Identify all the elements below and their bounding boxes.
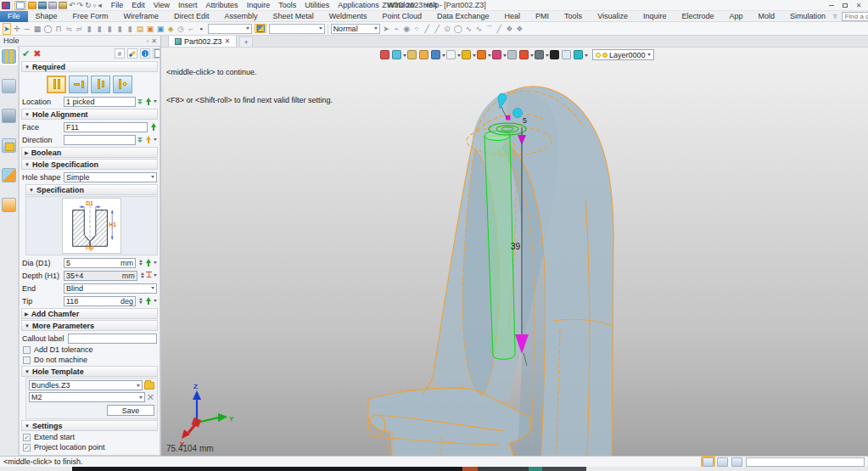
- section-required[interactable]: ▼Required: [21, 61, 158, 72]
- cyan-sphere-handle[interactable]: [513, 109, 523, 118]
- panel-toggle-icon[interactable]: [731, 457, 742, 467]
- doc-button[interactable]: [153, 48, 160, 59]
- machine-checkbox[interactable]: [23, 356, 31, 364]
- extend-checkbox[interactable]: ✓: [23, 434, 31, 441]
- section-hole-alignment[interactable]: ▼Hole Alignment: [21, 109, 158, 120]
- cancel-button[interactable]: ✖: [33, 48, 41, 59]
- monitor-icon[interactable]: [717, 457, 728, 467]
- depth-spinner[interactable]: [141, 272, 144, 278]
- brush-button[interactable]: [127, 48, 137, 59]
- layer-control[interactable]: Layer0000: [592, 49, 654, 60]
- collapse-qat-icon[interactable]: ◂: [98, 2, 102, 9]
- pick-face-icon[interactable]: [149, 123, 157, 132]
- face-input[interactable]: F11: [64, 122, 148, 132]
- slash-icon[interactable]: ╱: [496, 24, 503, 34]
- fill-1-icon[interactable]: ❖: [506, 24, 513, 34]
- custom-hole-type-button[interactable]: [113, 76, 132, 93]
- end-select[interactable]: Blind: [64, 283, 157, 294]
- note-icon[interactable]: ⌐: [188, 24, 195, 34]
- close-button[interactable]: ✕: [854, 2, 863, 9]
- divide-icon[interactable]: ⁘: [413, 24, 421, 34]
- ribbon-tab[interactable]: Heal: [497, 11, 529, 22]
- pencil-icon[interactable]: [407, 50, 417, 59]
- gear-display-icon[interactable]: [462, 50, 471, 59]
- orange-box-icon[interactable]: [477, 50, 486, 59]
- restore-button[interactable]: [841, 2, 849, 9]
- callout-input[interactable]: [68, 334, 157, 344]
- cursor2-icon[interactable]: ➤: [383, 24, 390, 34]
- ribbon-tab[interactable]: Inquire: [636, 11, 675, 22]
- counterbore-hole-type-button[interactable]: [91, 76, 110, 93]
- ribbon-tab[interactable]: Electrode: [675, 11, 722, 22]
- black-dash-icon[interactable]: [550, 50, 559, 59]
- filter-select[interactable]: [269, 24, 325, 34]
- reference-select[interactable]: [208, 24, 252, 34]
- document-tab[interactable]: Part002.Z3 ✕: [168, 35, 237, 47]
- redo-icon[interactable]: ↷: [77, 2, 84, 9]
- select-cursor-icon[interactable]: ➤: [3, 23, 11, 35]
- menu-item[interactable]: File: [107, 0, 128, 11]
- taper-hole-type-button[interactable]: [69, 76, 88, 93]
- tip-input[interactable]: 118deg: [64, 296, 136, 306]
- compass-icon[interactable]: [492, 50, 501, 59]
- tip-dropdown-icon[interactable]: [154, 300, 157, 302]
- direction-dropdown-icon[interactable]: [154, 138, 157, 141]
- direction-input[interactable]: [64, 135, 136, 145]
- section-hole-template[interactable]: ▼Hole Template: [21, 366, 158, 377]
- hole-panel-icon[interactable]: [2, 49, 16, 64]
- ribbon-tab[interactable]: Wireframe: [116, 11, 167, 22]
- ribbon-tab[interactable]: Weldments: [322, 11, 375, 22]
- find-command-input[interactable]: [845, 13, 868, 20]
- spline-icon[interactable]: ∿: [465, 24, 473, 34]
- circle-select-icon[interactable]: ◯: [44, 24, 53, 34]
- manager-tree-icon[interactable]: [2, 79, 16, 93]
- new-tab-button[interactable]: +: [239, 36, 253, 47]
- dia-input[interactable]: 5mm: [64, 258, 136, 268]
- menu-item[interactable]: Applications: [333, 0, 384, 11]
- pick-direction-icon[interactable]: [144, 136, 152, 144]
- menu-item[interactable]: Attributes: [202, 0, 243, 11]
- align-left-icon[interactable]: ≒: [65, 24, 73, 34]
- refresh-icon[interactable]: ↻: [85, 2, 92, 9]
- save-template-button[interactable]: Save: [107, 405, 154, 416]
- tip-spinner[interactable]: [139, 298, 143, 304]
- face-display-icon[interactable]: [574, 50, 583, 59]
- pick-point-icon[interactable]: [144, 98, 152, 106]
- ribbon-tab[interactable]: Simulation: [782, 11, 833, 22]
- dia-dropdown-icon[interactable]: [154, 261, 157, 264]
- layer-dropdown-icon[interactable]: [647, 53, 651, 56]
- filter-active-button[interactable]: [255, 24, 266, 33]
- folder-orange-icon[interactable]: ▣: [147, 24, 154, 34]
- wave-icon[interactable]: ∿: [475, 24, 483, 34]
- cylinder-icon[interactable]: [535, 50, 544, 59]
- distribute-2-icon[interactable]: ▮: [96, 24, 104, 34]
- menu-item[interactable]: Utilities: [300, 0, 333, 11]
- open-folder-icon[interactable]: [28, 2, 36, 9]
- depth-input[interactable]: 35+4mm: [64, 271, 137, 281]
- section-hole-specification[interactable]: ▼Hole Specification: [21, 159, 158, 170]
- plot-icon[interactable]: [59, 2, 67, 9]
- ok-button[interactable]: ✔: [22, 48, 30, 59]
- pillar-icon[interactable]: ⊓: [55, 24, 63, 34]
- section-add-chamfer[interactable]: ▶Add Chamfer: [21, 308, 158, 319]
- align-right-icon[interactable]: ≓: [76, 24, 83, 34]
- add-entity-icon[interactable]: ✛: [14, 24, 21, 34]
- find-command-box[interactable]: [842, 12, 868, 21]
- section-settings[interactable]: ▼Settings: [21, 420, 158, 431]
- render-image-icon[interactable]: [2, 168, 16, 182]
- wireframe-display-icon[interactable]: [446, 50, 456, 59]
- qat-dropdown-icon[interactable]: ▿: [93, 2, 97, 9]
- ribbon-tab[interactable]: Assembly: [217, 11, 266, 22]
- menu-item[interactable]: Tools: [274, 0, 300, 11]
- pick-dropdown-icon[interactable]: [154, 100, 157, 103]
- ribbon-tab[interactable]: Tools: [557, 11, 590, 22]
- ribbon-tab[interactable]: Free Form: [65, 11, 116, 22]
- ribbon-tab[interactable]: Shape: [28, 11, 65, 22]
- remove-entity-icon[interactable]: ─: [24, 24, 31, 34]
- open-template-folder-icon[interactable]: [144, 382, 154, 390]
- style-select[interactable]: Normal: [331, 24, 380, 34]
- direction-expand-icon[interactable]: [137, 137, 143, 143]
- visualize-box-icon[interactable]: [2, 138, 16, 153]
- bundle-icon[interactable]: ◈: [167, 24, 175, 34]
- play-icon[interactable]: ◉: [403, 24, 411, 34]
